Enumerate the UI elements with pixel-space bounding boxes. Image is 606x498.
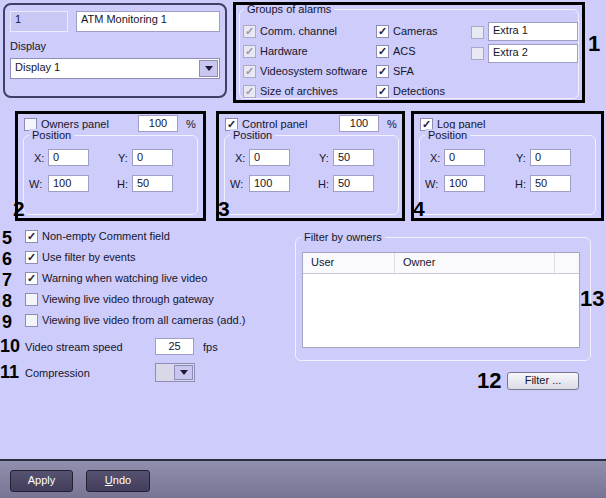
- use-filter-by-events-label: Use filter by events: [42, 251, 136, 264]
- log-w-field[interactable]: 100: [444, 175, 485, 192]
- hardware-label: Hardware: [260, 45, 308, 58]
- undo-rest: ndo: [113, 474, 131, 486]
- filter-button[interactable]: Filter ...: [507, 372, 579, 390]
- display-label: Display: [10, 40, 46, 53]
- atm-monitoring-settings-panel: 1 ATM Monitoring 1 Display Display 1 Gro…: [0, 0, 606, 498]
- size-of-archives-checkbox[interactable]: ✓: [243, 85, 256, 98]
- object-id-field[interactable]: 1: [10, 11, 68, 32]
- x-label: X:: [430, 152, 440, 165]
- videosystem-software-label: Videosystem software: [260, 65, 367, 78]
- live-video-gateway-label: Viewing live video through gateway: [42, 293, 214, 306]
- log-h-field[interactable]: 50: [530, 175, 571, 192]
- non-empty-comment-checkbox[interactable]: ✓: [25, 230, 38, 243]
- checkmark-icon: ✓: [244, 26, 255, 37]
- extra2-checkbox[interactable]: ✓: [471, 47, 484, 60]
- extra2-field[interactable]: Extra 2: [488, 44, 578, 63]
- annotation-number-11: 11: [0, 363, 19, 381]
- owner-column-header[interactable]: Owner: [395, 253, 555, 273]
- control-panel-percent-field[interactable]: 100: [339, 115, 379, 132]
- checkmark-icon: ✓: [26, 231, 37, 242]
- annotation-number-1: 1: [588, 33, 600, 55]
- control-w-field[interactable]: 100: [249, 175, 290, 192]
- checkmark-icon: ✓: [377, 66, 388, 77]
- comm-channel-checkbox[interactable]: ✓: [243, 25, 256, 38]
- h-label: H:: [515, 178, 526, 191]
- compression-select[interactable]: [155, 363, 195, 382]
- annotation-number-2: 2: [13, 198, 25, 219]
- owners-h-field[interactable]: 50: [132, 175, 173, 192]
- user-column-header[interactable]: User: [303, 253, 395, 273]
- owners-list-header: User Owner: [303, 253, 579, 274]
- annotation-number-6: 6: [2, 250, 12, 268]
- groups-of-alarms-title: Groups of alarms: [244, 3, 334, 15]
- log-x-field[interactable]: 0: [444, 149, 485, 166]
- w-label: W:: [29, 178, 42, 191]
- x-label: X:: [34, 152, 44, 165]
- control-h-field[interactable]: 50: [333, 175, 374, 192]
- h-label: H:: [117, 178, 128, 191]
- log-y-field[interactable]: 0: [530, 149, 571, 166]
- owners-w-field[interactable]: 100: [48, 175, 89, 192]
- hardware-checkbox[interactable]: ✓: [243, 45, 256, 58]
- w-label: W:: [230, 178, 243, 191]
- acs-label: ACS: [393, 45, 416, 58]
- video-stream-speed-field[interactable]: 25: [155, 338, 194, 355]
- owners-x-field[interactable]: 0: [48, 149, 89, 166]
- undo-button[interactable]: Undo: [86, 470, 150, 492]
- log-panel-section: ✓ Log panel Position X: 0 Y: 0 W: 100 H:…: [414, 114, 601, 218]
- videosystem-software-checkbox[interactable]: ✓: [243, 65, 256, 78]
- checkmark-icon: ✓: [244, 46, 255, 57]
- owners-panel-percent-unit: %: [186, 118, 196, 131]
- apply-button[interactable]: Apply: [10, 470, 73, 492]
- comm-channel-label: Comm. channel: [260, 25, 337, 38]
- filter-by-owners-title: Filter by owners: [301, 231, 385, 243]
- spacer-column-header: [555, 253, 579, 273]
- checkmark-icon: ✓: [244, 86, 255, 97]
- y-label: Y:: [516, 152, 526, 165]
- display-select-value: Display 1: [15, 61, 60, 74]
- owners-panel-percent-field[interactable]: 100: [138, 115, 178, 132]
- y-label: Y:: [319, 152, 329, 165]
- chevron-down-icon[interactable]: [174, 365, 193, 380]
- video-stream-speed-label: Video stream speed: [25, 341, 123, 354]
- w-label: W:: [425, 178, 438, 191]
- checkmark-icon: ✓: [377, 26, 388, 37]
- owners-list[interactable]: User Owner: [302, 252, 580, 348]
- owners-panel-section: ✓ Owners panel 100 % Position X: 0 Y: 0 …: [18, 114, 203, 218]
- use-filter-by-events-checkbox[interactable]: ✓: [25, 251, 38, 264]
- control-panel-percent-unit: %: [387, 118, 397, 131]
- annotation-number-7: 7: [2, 271, 12, 289]
- control-y-field[interactable]: 50: [333, 149, 374, 166]
- undo-accelerator: U: [105, 474, 113, 486]
- owners-y-field[interactable]: 0: [132, 149, 173, 166]
- warning-live-video-checkbox[interactable]: ✓: [25, 272, 38, 285]
- live-video-all-cameras-checkbox[interactable]: ✓: [25, 314, 38, 327]
- annotation-number-3: 3: [218, 198, 230, 219]
- extra1-field[interactable]: Extra 1: [488, 22, 578, 41]
- annotation-number-13: 13: [580, 288, 604, 310]
- detections-checkbox[interactable]: ✓: [376, 85, 389, 98]
- checkmark-icon: ✓: [26, 273, 37, 284]
- log-position-title: Position: [425, 129, 470, 141]
- acs-checkbox[interactable]: ✓: [376, 45, 389, 58]
- chevron-down-icon[interactable]: [199, 60, 218, 77]
- x-label: X:: [235, 152, 245, 165]
- control-panel-section: ✓ Control panel 100 % Position X: 0 Y: 5…: [219, 114, 402, 218]
- live-video-gateway-checkbox[interactable]: ✓: [25, 293, 38, 306]
- display-select[interactable]: Display 1: [10, 58, 220, 79]
- cameras-checkbox[interactable]: ✓: [376, 25, 389, 38]
- sfa-label: SFA: [393, 65, 414, 78]
- control-x-field[interactable]: 0: [249, 149, 290, 166]
- extra1-checkbox[interactable]: ✓: [471, 26, 484, 39]
- checkmark-icon: ✓: [26, 252, 37, 263]
- annotation-number-5: 5: [2, 229, 12, 247]
- compression-label: Compression: [25, 367, 90, 380]
- object-name-field[interactable]: ATM Monitoring 1: [76, 11, 220, 32]
- checkmark-icon: ✓: [377, 46, 388, 57]
- sfa-checkbox[interactable]: ✓: [376, 65, 389, 78]
- annotation-number-4: 4: [413, 198, 425, 219]
- fps-unit-label: fps: [203, 341, 218, 354]
- checkmark-icon: ✓: [244, 66, 255, 77]
- annotation-number-9: 9: [2, 313, 12, 331]
- non-empty-comment-label: Non-empty Comment field: [42, 230, 170, 243]
